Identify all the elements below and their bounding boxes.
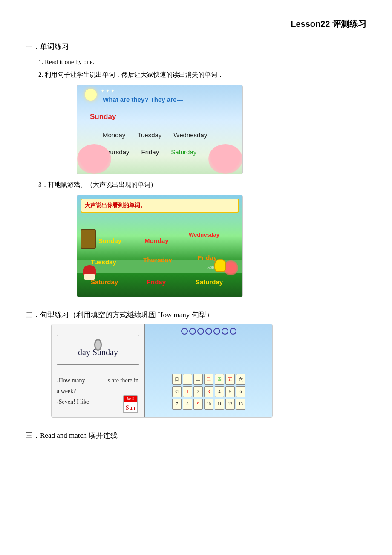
circle-4 (205, 328, 212, 335)
section-2-header: 二．句型练习（利用填空的方式继续巩固 How many 句型） (26, 309, 366, 321)
wednesday: Wednesday (173, 130, 207, 140)
tile-n3: 3 (204, 386, 213, 397)
tile-9: 9 (193, 399, 203, 410)
mahjong-area: 日 一 二 三 四 五 六 31 1 2 3 4 5 6 (147, 374, 270, 411)
tile-sun: 日 (172, 374, 182, 385)
tile-4: 四 (215, 374, 224, 385)
tile-1: 一 (183, 374, 192, 385)
circle-1 (181, 328, 188, 335)
notebook-ring (94, 339, 102, 351)
mahjong-row1: 日 一 二 三 四 五 六 (147, 374, 270, 385)
sentence-scene: day Sunday -How many s are there in a we… (51, 324, 273, 418)
tile-8: 8 (183, 399, 192, 410)
game-saturday1: Saturday (91, 277, 118, 287)
game-scene-image: 大声说出你看到的单词。 Sunday Monday Wednesday Tues… (77, 195, 243, 297)
game-wednesday: Wednesday (189, 231, 219, 240)
game-friday2: Friday (147, 277, 166, 287)
tile-31: 31 (172, 386, 182, 397)
sentence-left-panel: day Sunday -How many s are there in a we… (52, 324, 145, 417)
section-1: 一．单词练习 1. Read it one by one. 2. 利用句子让学生… (26, 41, 366, 297)
section-2: 二．句型练习（利用填空的方式继续巩固 How many 句型） day Sund… (26, 309, 366, 418)
circle-6 (222, 328, 228, 335)
mahjong-row3: 7 8 9 10 11 12 13 (147, 399, 270, 410)
tile-3: 三 (204, 374, 213, 385)
game-tuesday: Tuesday (91, 257, 116, 267)
saturday: Saturday (171, 147, 196, 157)
subsection-2: 2. 利用句子让学生说出单词，然后让大家快速的读出消失的单词． (38, 69, 366, 80)
game-monday: Monday (144, 236, 169, 246)
subsection-1: 1. Read it one by one. (38, 57, 366, 67)
circle-7 (230, 328, 236, 335)
friday: Friday (141, 147, 159, 157)
tile-6: 六 (236, 374, 245, 385)
section-3: 三．Read and match 读并连线 (26, 430, 366, 441)
tile-2: 二 (193, 374, 203, 385)
circle-2 (189, 328, 196, 335)
tile-n2: 2 (193, 386, 203, 397)
page-title: Lesson22 评测练习 (26, 17, 366, 31)
tile-n6: 6 (236, 386, 245, 397)
mahjong-row2: 31 1 2 3 4 5 6 (147, 386, 270, 397)
tile-5: 五 (225, 374, 235, 385)
section-1-header: 一．单词练习 (26, 41, 366, 52)
question-text: What are they? They are--- (103, 95, 183, 105)
monday: Monday (103, 130, 125, 140)
moon-decoration (85, 89, 97, 101)
game-saturday2: Saturday (196, 277, 223, 287)
tile-n4: 4 (215, 386, 224, 397)
subsection-3: 3．打地鼠游戏。（大声说出出现的单词） (38, 179, 366, 190)
game-thursday: Thursday (143, 255, 172, 265)
circle-3 (197, 328, 204, 335)
sunday-word: Sunday (90, 111, 116, 122)
tile-11: 11 (215, 399, 224, 410)
days-scene-image: ✦ ✦ ✦ What are they? They are--- Sunday … (77, 85, 243, 174)
notebook-image: day Sunday (57, 335, 139, 365)
days-row3: Thursday Friday Saturday (103, 147, 196, 157)
tile-n5: 5 (225, 386, 235, 397)
tile-13: 13 (236, 399, 245, 410)
sentence-right-panel: 日 一 二 三 四 五 六 31 1 2 3 4 5 6 (145, 324, 272, 417)
game-friday1: Friday (198, 253, 217, 263)
days-row2: Monday Tuesday Wednesday (103, 130, 207, 140)
tile-12: 12 (225, 399, 235, 410)
stars-decoration: ✦ ✦ ✦ (101, 87, 115, 95)
game-prompt: 大声说出你看到的单词。 (81, 199, 239, 213)
game-sunday: Sunday (98, 236, 121, 246)
tile-7: 7 (172, 399, 182, 410)
tile-10: 10 (204, 399, 213, 410)
tile-n1: 1 (183, 386, 192, 397)
tree-right-decoration (208, 144, 242, 174)
section-3-header: 三．Read and match 读并连线 (26, 430, 366, 441)
tuesday: Tuesday (137, 130, 161, 140)
tree-left-decoration (77, 144, 111, 174)
circle-5 (213, 328, 220, 335)
circles-row (149, 328, 269, 335)
